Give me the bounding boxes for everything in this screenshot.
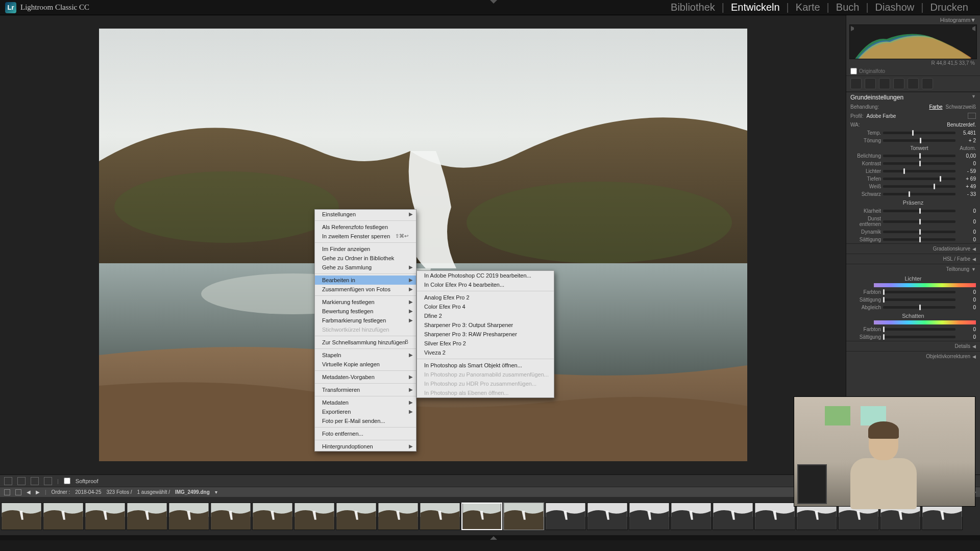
shadows-hue-slider[interactable] bbox=[883, 328, 955, 331]
menu-item[interactable]: Metadaten-Vorgaben▶ bbox=[315, 372, 416, 382]
menu-item[interactable]: Zusammenfügen von Fotos▶ bbox=[315, 285, 416, 294]
wb-value[interactable]: Benutzerdef. bbox=[863, 122, 976, 128]
filmstrip-thumb[interactable] bbox=[420, 503, 460, 530]
filmstrip-thumb[interactable] bbox=[127, 503, 167, 530]
menu-item[interactable]: Farbmarkierung festlegen▶ bbox=[315, 316, 416, 325]
survey-icon[interactable] bbox=[44, 477, 52, 485]
menu-item[interactable]: Zur Schnellsammlung hinzufügenB bbox=[315, 338, 416, 347]
slider-vibrance[interactable] bbox=[883, 231, 955, 233]
nav-fwd-icon[interactable]: ▶ bbox=[36, 489, 40, 495]
module-drucken[interactable]: Drucken bbox=[924, 2, 975, 13]
menu-item[interactable]: In Adobe Photoshop CC 2019 bearbeiten... bbox=[417, 271, 554, 280]
balance-slider[interactable] bbox=[883, 306, 955, 309]
context-menu[interactable]: Einstellungen▶Als Referenzfoto festlegen… bbox=[314, 209, 416, 452]
filmstrip-thumb[interactable] bbox=[545, 503, 586, 530]
module-diashow[interactable]: Diashow bbox=[869, 2, 921, 13]
menu-item[interactable]: Dfine 2 bbox=[417, 311, 554, 320]
filmstrip-thumb[interactable] bbox=[168, 503, 209, 530]
lens-panel[interactable]: Objektivkorrekturen bbox=[926, 354, 970, 359]
filmstrip-thumb[interactable] bbox=[294, 503, 335, 530]
menu-item[interactable]: Hintergrundoptionen▶ bbox=[315, 442, 416, 451]
second-window-icon[interactable] bbox=[4, 489, 10, 495]
filmstrip-thumb[interactable] bbox=[252, 503, 293, 530]
slider-highlights[interactable] bbox=[883, 170, 955, 172]
menu-item[interactable]: In Color Efex Pro 4 bearbeiten... bbox=[417, 280, 554, 289]
grid-mode-icon[interactable] bbox=[15, 489, 21, 495]
filmstrip-thumb[interactable] bbox=[629, 503, 670, 530]
radial-tool-icon[interactable] bbox=[908, 78, 919, 89]
menu-item[interactable]: Exportieren▶ bbox=[315, 407, 416, 416]
menu-item[interactable]: Sharpener Pro 3: Output Sharpener bbox=[417, 320, 554, 330]
treatment-color[interactable]: Farbe bbox=[929, 104, 942, 110]
breadcrumb-dropdown-icon[interactable]: ▾ bbox=[215, 489, 217, 495]
gradient-tool-icon[interactable] bbox=[893, 78, 904, 89]
split-toning-panel[interactable]: Teiltonung bbox=[946, 266, 969, 272]
hsl-panel[interactable]: HSL / Farbe bbox=[943, 256, 970, 262]
menu-item[interactable]: Metadaten▶ bbox=[315, 398, 416, 407]
menu-item[interactable]: Markierung festlegen▶ bbox=[315, 297, 416, 307]
menu-item[interactable]: Als Referenzfoto festlegen bbox=[315, 222, 416, 232]
filmstrip-thumb[interactable] bbox=[503, 503, 544, 530]
slider-saturation[interactable] bbox=[883, 238, 955, 241]
profile-browser-icon[interactable] bbox=[968, 113, 976, 119]
slider-exposure[interactable] bbox=[883, 155, 955, 157]
module-entwickeln[interactable]: Entwickeln bbox=[724, 2, 787, 13]
highlight-clip-icon[interactable] bbox=[970, 26, 975, 31]
lights-hue-bar[interactable] bbox=[874, 283, 976, 287]
module-buch[interactable]: Buch bbox=[829, 2, 866, 13]
menu-item[interactable]: Transformieren▶ bbox=[315, 385, 416, 394]
menu-item[interactable]: Foto entfernen... bbox=[315, 429, 416, 438]
menu-item[interactable]: Virtuelle Kopie anlegen bbox=[315, 360, 416, 369]
before-after-icon[interactable] bbox=[17, 477, 26, 485]
profile-value[interactable]: Adobe Farbe bbox=[867, 113, 965, 119]
filmstrip-thumb[interactable] bbox=[713, 503, 753, 530]
slider-dehaze[interactable] bbox=[883, 220, 955, 223]
treatment-bw[interactable]: Schwarzweiß bbox=[946, 104, 976, 110]
slider-contrast[interactable] bbox=[883, 162, 955, 165]
slider-tint[interactable] bbox=[883, 139, 955, 142]
filmstrip-thumb[interactable] bbox=[754, 503, 795, 530]
menu-item[interactable]: Sharpener Pro 3: RAW Presharpener bbox=[417, 330, 554, 339]
spot-tool-icon[interactable] bbox=[865, 78, 876, 89]
lights-sat-slider[interactable] bbox=[883, 298, 955, 301]
folder-name[interactable]: 2018-04-25 bbox=[75, 489, 101, 495]
nav-back-icon[interactable]: ◀ bbox=[27, 489, 31, 495]
menu-item[interactable]: Bewertung festlegen▶ bbox=[315, 307, 416, 316]
filmstrip-thumb[interactable] bbox=[336, 503, 377, 530]
filmstrip-thumb[interactable] bbox=[671, 503, 712, 530]
slider-clarity[interactable] bbox=[883, 210, 955, 212]
menu-item[interactable]: Gehe zu Sammlung▶ bbox=[315, 263, 416, 272]
crop-tool-icon[interactable] bbox=[850, 78, 862, 89]
menu-item[interactable]: In zweitem Fenster sperren⇧⌘↩ bbox=[315, 232, 416, 241]
filmstrip-thumb[interactable] bbox=[587, 503, 628, 530]
filmstrip-thumb[interactable] bbox=[461, 503, 502, 530]
redeye-tool-icon[interactable] bbox=[879, 78, 890, 89]
filmstrip-thumb[interactable] bbox=[1, 503, 42, 530]
menu-item[interactable]: Einstellungen▶ bbox=[315, 210, 416, 219]
slider-temp[interactable] bbox=[883, 132, 955, 134]
menu-item[interactable]: Bearbeiten in▶ bbox=[315, 276, 416, 285]
tone-curve-panel[interactable]: Gradationskurve bbox=[933, 246, 970, 252]
shadow-clip-icon[interactable] bbox=[851, 26, 856, 31]
loupe-view-icon[interactable] bbox=[4, 477, 12, 485]
menu-item[interactable]: Im Finder anzeigen bbox=[315, 244, 416, 254]
context-submenu-edit-in[interactable]: In Adobe Photoshop CC 2019 bearbeiten...… bbox=[416, 270, 554, 398]
original-photo-checkbox[interactable] bbox=[850, 68, 857, 74]
menu-item[interactable]: Foto per E-Mail senden... bbox=[315, 416, 416, 425]
filmstrip-thumb[interactable] bbox=[378, 503, 419, 530]
menu-item[interactable]: Stapeln▶ bbox=[315, 350, 416, 360]
brush-tool-icon[interactable] bbox=[922, 78, 933, 89]
slider-shadows[interactable] bbox=[883, 178, 955, 180]
slider-whites[interactable] bbox=[883, 185, 955, 188]
compare-icon[interactable] bbox=[31, 477, 39, 485]
bottom-collapse-triangle[interactable] bbox=[0, 535, 980, 540]
menu-item[interactable]: Color Efex Pro 4 bbox=[417, 302, 554, 311]
filmstrip-thumb[interactable] bbox=[210, 503, 251, 530]
menu-item[interactable]: Silver Efex Pro 2 bbox=[417, 339, 554, 348]
shadows-hue-bar[interactable] bbox=[874, 320, 976, 324]
detail-panel[interactable]: Details bbox=[954, 343, 970, 349]
module-karte[interactable]: Karte bbox=[789, 2, 827, 13]
menu-item[interactable]: Gehe zu Ordner in Bibliothek bbox=[315, 254, 416, 263]
menu-item[interactable]: Analog Efex Pro 2 bbox=[417, 293, 554, 302]
top-collapse-triangle[interactable] bbox=[490, 0, 497, 4]
